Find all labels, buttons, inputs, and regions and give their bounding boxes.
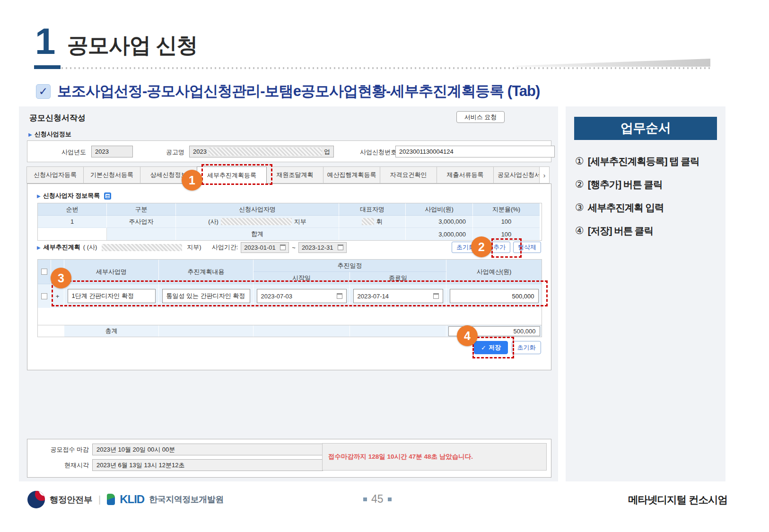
- applicant-name-prefix: (사): [208, 218, 218, 226]
- representative-suffix: 휘: [376, 218, 383, 226]
- calendar-icon[interactable]: [337, 293, 342, 299]
- total-label: 합계: [176, 228, 339, 240]
- org-suffix: 지부): [187, 243, 201, 252]
- save-button[interactable]: ✓ 저장: [474, 341, 508, 354]
- consortium-name: 메타넷디지털 컨소시엄: [628, 493, 727, 506]
- applicant-name-suffix: 지부: [294, 218, 306, 226]
- select-all-checkbox[interactable]: [41, 269, 47, 275]
- period-end-value: 2023-12-31: [302, 244, 333, 251]
- sidebar-title: 업무순서: [574, 117, 717, 140]
- tab-funding-plan[interactable]: 재원조달계획: [266, 166, 323, 183]
- work-step-2: ② [행추가] 버튼 클릭: [575, 178, 699, 191]
- tab-applicant-register[interactable]: 신청사업자등록: [26, 166, 84, 183]
- checkbox-icon: ✓: [36, 84, 51, 99]
- calendar-icon[interactable]: [280, 244, 286, 250]
- tab-basic-form-register[interactable]: 기본신청서등록: [83, 166, 140, 183]
- panel-actions: ✓ 저장 초기화: [474, 341, 541, 354]
- work-step-1: ① [세부추진계획등록] 탭 클릭: [575, 155, 699, 168]
- col-cost: 사업비(원): [406, 203, 473, 216]
- total-cost: 3,000,000: [406, 228, 473, 240]
- plus-icon[interactable]: +: [56, 293, 60, 300]
- tab-qualification-check[interactable]: 자격요건확인: [380, 166, 437, 183]
- breadcrumb-text: 보조사업선정-공모사업신청관리-보탬e공모사업현황-세부추진계획등록 (Tab): [57, 81, 540, 101]
- notice-name-input[interactable]: 2023 업: [189, 146, 334, 157]
- plan-total-label: 총계: [64, 325, 159, 337]
- col-type: 구분: [107, 203, 176, 216]
- work-order-sidebar: 업무순서 ① [세부추진계획등록] 탭 클릭 ② [행추가] 버튼 클릭 ③ 세…: [566, 106, 725, 481]
- org-prefix: ( (사): [83, 243, 97, 252]
- col-plan-content: 추진계획내용: [159, 260, 253, 284]
- applicant-table-header: 순번 구분 신청사업자명 대표자명 사업비(원) 지분율(%): [38, 203, 542, 216]
- detail-name-input[interactable]: [68, 289, 156, 303]
- close-datetime-input[interactable]: [92, 444, 323, 455]
- redacted-area: [221, 218, 292, 225]
- redacted-area: [102, 244, 182, 251]
- col-detail-name: 세부사업명: [64, 260, 159, 284]
- plan-content-input[interactable]: [162, 289, 250, 303]
- tab-detail-plan-register[interactable]: 세부추진계획등록: [197, 166, 267, 184]
- step-number: ④: [575, 225, 584, 236]
- end-date-input[interactable]: 2023-07-14: [353, 289, 443, 303]
- klid-logo-icon: [107, 494, 115, 505]
- table-grid-icon: [104, 192, 111, 200]
- calendar-icon[interactable]: [338, 244, 343, 250]
- section-applicant-list: ▶ 신청사업자 정보목록: [37, 192, 111, 200]
- col-start-date: 시작일: [253, 272, 350, 284]
- budget-input[interactable]: [450, 289, 539, 303]
- empty-rows-area: [38, 308, 542, 325]
- tab-application-submit[interactable]: 공모사업신청서제: [493, 166, 540, 183]
- remaining-time-message: 접수마감까지 128일 10시간 47분 48초 남았습니다.: [322, 443, 547, 471]
- step-text: 세부추진계획 입력: [588, 201, 664, 214]
- year-input[interactable]: [91, 146, 133, 157]
- end-date-value: 2023-07-14: [358, 293, 389, 300]
- section-applicant-list-label: 신청사업자 정보목록: [43, 192, 100, 200]
- reset-bottom-button[interactable]: 초기화: [512, 341, 541, 354]
- application-screen: 공모신청서작성 서비스 요청 ▶ 신청사업정보 사업년도 공고명 2023 업 …: [19, 106, 558, 481]
- application-number-input[interactable]: [395, 146, 555, 157]
- cell-no: 1: [38, 216, 107, 228]
- tabs-scroll-right[interactable]: ›: [539, 166, 550, 183]
- col-representative: 대표자명: [339, 203, 406, 216]
- step-badge-2: 2: [471, 236, 492, 257]
- step-number: ②: [575, 179, 584, 190]
- step-number: ③: [575, 202, 584, 213]
- year-label: 사업년도: [61, 148, 86, 157]
- decorative-swoosh: [516, 59, 710, 67]
- period-start-input[interactable]: 2023-01-01: [241, 242, 289, 253]
- calendar-icon[interactable]: [433, 293, 439, 299]
- cell-blank: [339, 228, 406, 240]
- step-badge-4: 4: [457, 325, 478, 346]
- cell-cost: 3,000,000: [406, 216, 473, 228]
- slide-page: 1 공모사업 신청 ✓ 보조사업선정-공모사업신청관리-보탬e공모사업현황-세부…: [0, 0, 769, 532]
- applicant-table: 순번 구분 신청사업자명 대표자명 사업비(원) 지분율(%) 1 주사업자 (…: [37, 203, 542, 241]
- current-time-input[interactable]: [92, 459, 323, 471]
- step-badge-1: 1: [182, 170, 202, 191]
- delete-row-button[interactable]: 행삭제: [513, 242, 541, 253]
- notice-prefix: 2023: [193, 148, 207, 155]
- form-title: 공모신청서작성: [29, 113, 86, 123]
- period-label: 사업기간:: [212, 243, 238, 252]
- work-step-4: ④ [저장] 버튼 클릭: [575, 224, 699, 237]
- page-number: 45: [371, 493, 384, 506]
- header-checkbox-cell: [38, 260, 51, 284]
- notice-label: 공고명: [166, 148, 184, 157]
- cell-applicant-name: (사) 지부: [176, 216, 339, 228]
- tab-document-register[interactable]: 제출서류등록: [437, 166, 494, 183]
- page-number-block: 45: [363, 493, 392, 506]
- section-arrow-icon: ▶: [28, 132, 32, 137]
- notice-suffix: 업: [324, 148, 330, 156]
- close-label: 공모접수 마감: [41, 444, 89, 455]
- step-text: [저장] 버튼 클릭: [588, 224, 653, 237]
- tab-budget-execution-register[interactable]: 예산집행계획등록: [323, 166, 380, 183]
- section-number: 1: [35, 23, 55, 60]
- row-checkbox[interactable]: [41, 293, 47, 299]
- step-text: [세부추진계획등록] 탭 클릭: [588, 155, 699, 168]
- klid-acronym: KLID: [120, 493, 144, 506]
- section-project-info-label: 신청사업정보: [35, 130, 71, 139]
- period-end-input[interactable]: 2023-12-31: [298, 242, 347, 253]
- cell-blank: [51, 325, 64, 337]
- start-date-input[interactable]: 2023-07-03: [257, 289, 347, 303]
- detail-plan-table-header: ✎ 세부사업명 추진계획내용 추진일정 사업예산(원) 시작일 종료일: [38, 260, 542, 284]
- service-request-button[interactable]: 서비스 요청: [456, 111, 505, 123]
- section-arrow-icon: ▶: [37, 245, 41, 250]
